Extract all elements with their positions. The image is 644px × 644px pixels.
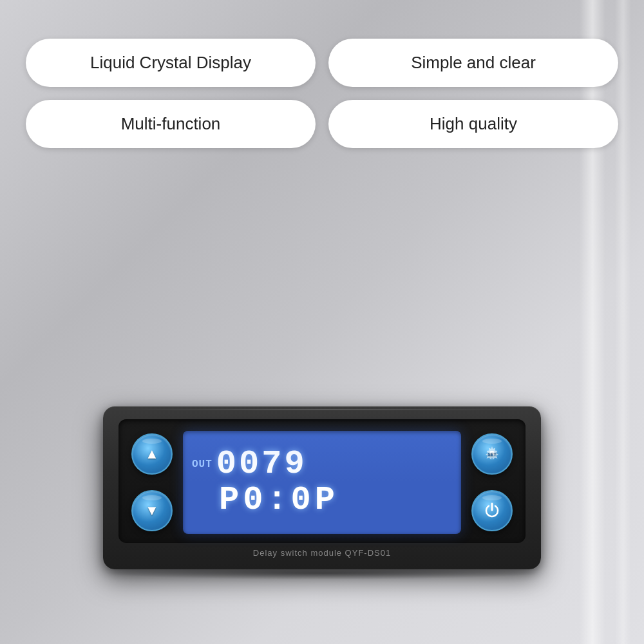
lcd-screen: OUT 0079 P0:0P — [183, 431, 461, 534]
lcd-out-label: OUT — [192, 459, 213, 470]
svg-text:SET: SET — [488, 452, 497, 457]
feature-multi: Multi-function — [26, 100, 316, 148]
set-button[interactable]: SET — [471, 433, 513, 475]
right-button-column: SET — [471, 433, 513, 531]
device-inner: ▲ ▼ OUT 0079 P0:0P — [118, 419, 526, 543]
device-model-label: Delay switch module QYF-DS01 — [118, 548, 526, 558]
feature-simple: Simple and clear — [328, 39, 618, 87]
feature-lcd: Liquid Crystal Display — [26, 39, 316, 87]
down-button[interactable]: ▼ — [131, 490, 173, 531]
lcd-row2: P0:0P — [192, 484, 452, 517]
device: ▲ ▼ OUT 0079 P0:0P — [103, 406, 541, 569]
left-button-column: ▲ ▼ — [131, 433, 173, 531]
up-button[interactable]: ▲ — [131, 433, 173, 475]
lcd-digits-row1: 0079 — [216, 448, 307, 481]
power-icon — [484, 502, 500, 520]
up-icon: ▲ — [145, 447, 159, 461]
power-button[interactable] — [471, 490, 513, 531]
lcd-digits-row2: P0:0P — [219, 484, 339, 517]
down-icon: ▼ — [145, 504, 159, 518]
set-icon: SET — [484, 445, 500, 464]
feature-quality: High quality — [328, 100, 618, 148]
device-wrapper: ▲ ▼ OUT 0079 P0:0P — [103, 406, 541, 580]
lcd-row1: OUT 0079 — [192, 448, 452, 481]
features-grid: Liquid Crystal Display Simple and clear … — [26, 39, 618, 148]
